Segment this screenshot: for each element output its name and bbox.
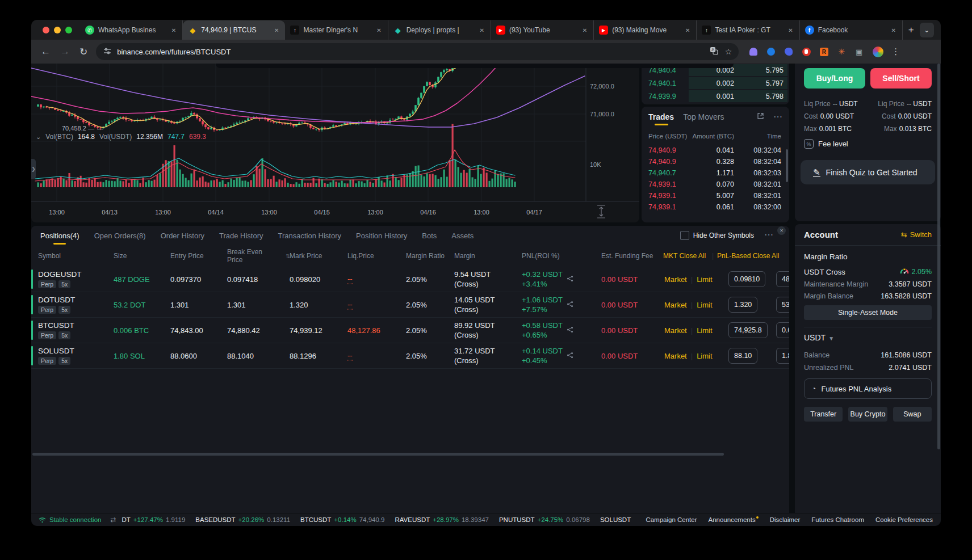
footer-link-futures-chatroom[interactable]: Futures Chatroom	[811, 516, 864, 523]
ticker-item[interactable]: BTCUSDT+0.14%74,940.9	[300, 516, 384, 523]
ticker-item[interactable]: BASEDUSDT+20.26%0.13211	[195, 516, 290, 523]
tab-trades[interactable]: Trades	[648, 112, 674, 121]
profile-avatar[interactable]	[873, 47, 883, 57]
price-chart[interactable]: 72,000.071,000.010K13:0004/1313:0004/141…	[31, 64, 639, 222]
reader-extension-icon[interactable]: R	[819, 47, 828, 56]
trades-scrollbar[interactable]	[786, 149, 788, 182]
trade-row[interactable]: 74,940.90.32808:32:04	[642, 158, 789, 169]
share-icon[interactable]	[567, 301, 573, 309]
trade-row[interactable]: 74,939.15.00708:32:01	[642, 192, 789, 203]
burst-extension-icon[interactable]: ✳	[837, 47, 846, 56]
symbol-cell[interactable]: DOGEUSDTPerp5x	[38, 270, 82, 288]
close-window-button[interactable]	[43, 27, 49, 33]
rabbit-extension-icon[interactable]	[784, 47, 793, 56]
sell-short-button[interactable]: Sell/Short	[870, 68, 932, 89]
back-button[interactable]: ←	[41, 46, 51, 57]
browser-tab[interactable]: ◆Deploys | propts |✕	[388, 20, 491, 40]
order-book-row[interactable]: 74,939.90.0015.798	[642, 90, 789, 103]
buy-crypto-button[interactable]: Buy Crypto	[848, 407, 887, 422]
trade-row[interactable]: 74,939.10.06108:32:00	[642, 203, 789, 214]
tab-close-icon[interactable]: ✕	[890, 27, 896, 33]
tab-positions-[interactable]: Positions(4)	[40, 231, 79, 240]
translate-icon[interactable]: A	[710, 47, 718, 57]
ticker-item[interactable]: SOLUSDT	[600, 516, 631, 523]
sidebar-collapse-handle[interactable]: ❯	[31, 159, 36, 179]
footer-link-campaign-center[interactable]: Campaign Center	[646, 516, 697, 523]
bookmark-star-icon[interactable]: ☆	[725, 47, 732, 56]
browser-tab[interactable]: ▶(93) Making Move✕	[594, 20, 697, 40]
site-settings-icon[interactable]	[103, 47, 111, 57]
symbol-cell[interactable]: BTCUSDTPerp5x	[38, 321, 74, 339]
share-icon[interactable]	[567, 275, 573, 284]
close-price-input[interactable]: 74,925.8	[728, 322, 768, 338]
asset-selector[interactable]: USDT▼	[804, 333, 834, 342]
checkbox[interactable]	[680, 231, 689, 240]
ticker-item[interactable]: PNUTUSDT+24.75%0.06798	[499, 516, 590, 523]
market-close-button[interactable]: Market	[664, 352, 687, 360]
footer-link-announcements[interactable]: Announcements	[709, 516, 759, 523]
browser-tab[interactable]: ↑Master Dinger's N✕	[285, 20, 388, 40]
finish-quiz-button[interactable]: ✎ Finish Quiz to Get Started	[801, 160, 935, 184]
zoom-window-button[interactable]	[65, 27, 72, 33]
close-qty-input[interactable]: 487	[776, 271, 789, 287]
collapse-icon[interactable]: ⌄	[36, 133, 41, 141]
market-close-button[interactable]: Market	[664, 275, 687, 284]
minimize-window-button[interactable]	[54, 27, 61, 33]
tab-close-icon[interactable]: ✕	[375, 27, 382, 33]
limit-close-button[interactable]: Limit	[697, 275, 712, 284]
page-scrollbar[interactable]	[937, 64, 940, 513]
limit-close-button[interactable]: Limit	[697, 301, 712, 309]
tab-top-movers[interactable]: Top Movers	[683, 112, 724, 121]
horizontal-scrollbar[interactable]	[32, 453, 724, 456]
browser-tab[interactable]: fFacebook✕	[800, 20, 903, 40]
tab-close-icon[interactable]: ✕	[170, 27, 177, 33]
browser-tab[interactable]: ▶(93) YouTube✕	[491, 20, 594, 40]
footer-link-cookie-preferences[interactable]: Cookie Preferences	[875, 516, 933, 523]
tab-assets[interactable]: Assets	[451, 231, 474, 240]
panel-more-icon[interactable]: ⋯	[764, 229, 773, 240]
close-price-input[interactable]: 88.10	[728, 348, 757, 364]
trade-row[interactable]: 74,939.10.07008:32:01	[642, 180, 789, 192]
ghost-extension-icon[interactable]	[749, 47, 758, 56]
sider-extension-icon[interactable]	[766, 47, 776, 56]
new-tab-button[interactable]: +	[908, 24, 914, 36]
swap-button[interactable]: Swap	[893, 407, 932, 422]
close-panel-button[interactable]: ✕	[777, 226, 786, 235]
browser-tab[interactable]: ✆WhatsApp Busines✕	[80, 20, 183, 40]
futures-pnl-analysis-button[interactable]: ◔ Futures PNL Analysis	[804, 378, 932, 399]
tab-search-button[interactable]: ⌄	[920, 23, 934, 37]
limit-close-button[interactable]: Limit	[697, 326, 712, 335]
symbol-cell[interactable]: DOTUSDTPerp5x	[38, 296, 75, 314]
close-qty-input[interactable]: 53.2	[776, 297, 789, 313]
tab-trade-history[interactable]: Trade History	[219, 231, 263, 240]
symbol-cell[interactable]: SOLUSDTPerp5x	[38, 347, 74, 365]
pnl-based-close-all-button[interactable]: PnL-Based Close All	[717, 252, 779, 260]
hide-other-symbols[interactable]: Hide Other Symbols	[680, 231, 754, 240]
tab-position-history[interactable]: Position History	[356, 231, 407, 240]
share-icon[interactable]	[567, 326, 573, 335]
close-qty-input[interactable]: 1.80	[776, 348, 789, 364]
shuffle-icon[interactable]: ⇄	[110, 516, 116, 524]
market-close-button[interactable]: Market	[664, 326, 687, 335]
tab-close-icon[interactable]: ✕	[581, 27, 588, 33]
transfer-button[interactable]: Transfer	[804, 407, 843, 422]
share-icon[interactable]	[567, 352, 573, 360]
single-asset-mode-button[interactable]: Single-Asset Mode	[804, 305, 932, 320]
mkt-close-all-button[interactable]: MKT Close All	[663, 252, 706, 260]
footer-link-disclaimer[interactable]: Disclaimer	[770, 516, 801, 523]
order-book-row[interactable]: 74,940.10.0025.797	[642, 77, 789, 90]
address-bar[interactable]: binance.com/en/futures/BTCUSDT A ☆	[96, 43, 739, 60]
trade-row[interactable]: 74,940.71.17108:32:03	[642, 169, 789, 180]
market-close-button[interactable]: Market	[664, 301, 687, 309]
tab-bots[interactable]: Bots	[422, 231, 437, 240]
close-price-input[interactable]: 1.320	[728, 297, 757, 313]
adblock-extension-icon[interactable]	[802, 47, 811, 56]
ticker-item[interactable]: DT+127.47%1.9119	[122, 516, 186, 523]
buy-long-button[interactable]: Buy/Long	[804, 68, 865, 89]
tab-close-icon[interactable]: ✕	[273, 27, 280, 33]
export-icon[interactable]	[757, 112, 764, 122]
tab-close-icon[interactable]: ✕	[479, 27, 485, 33]
browser-tab[interactable]: ◆74,940.9 | BTCUS✕	[183, 20, 285, 40]
ticker-item[interactable]: RAVEUSDT+28.97%18.39347	[395, 516, 488, 523]
limit-close-button[interactable]: Limit	[697, 352, 712, 360]
